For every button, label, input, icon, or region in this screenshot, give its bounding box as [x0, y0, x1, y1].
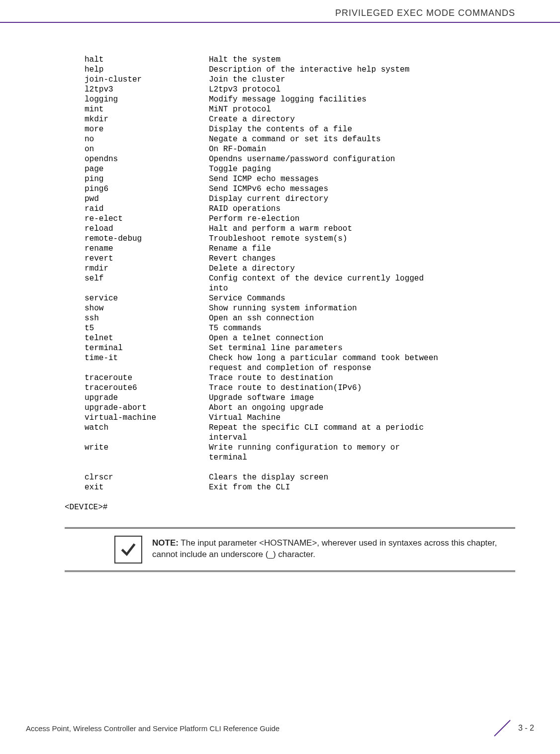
command-name: on — [65, 144, 209, 154]
command-name: show — [65, 303, 209, 313]
command-list-2: clrscrClears the display screenexitExit … — [65, 472, 515, 492]
command-row: moreDisplay the contents of a file — [65, 124, 515, 134]
command-name: logging — [65, 94, 209, 104]
command-description-cont: terminal — [65, 453, 515, 463]
command-row: t5T5 commands — [65, 323, 515, 333]
command-description: Config context of the device currently l… — [209, 274, 515, 283]
command-name: rename — [65, 244, 209, 254]
command-row: watchRepeat the specific CLI command at … — [65, 423, 515, 433]
command-description: Troubleshoot remote system(s) — [209, 234, 515, 244]
command-name: help — [65, 65, 209, 75]
command-description: Open an ssh connection — [209, 313, 515, 323]
command-row: ping6Send ICMPv6 echo messages — [65, 184, 515, 194]
command-name: halt — [65, 55, 209, 65]
command-description: Modify message logging facilities — [209, 94, 515, 104]
command-description: Trace route to destination(IPv6) — [209, 383, 515, 393]
command-row: l2tpv3L2tpv3 protocol — [65, 85, 515, 94]
command-description-cont: request and completion of response — [65, 363, 515, 373]
header-rule — [0, 22, 560, 23]
command-description: Negate a command or set its defaults — [209, 134, 515, 144]
command-name: ssh — [65, 313, 209, 323]
command-description: Upgrade software image — [209, 393, 515, 403]
command-description: Toggle paging — [209, 164, 515, 174]
device-prompt: <DEVICE># — [65, 502, 515, 512]
command-name: write — [65, 443, 209, 453]
page-number-badge: 3 - 2 — [490, 716, 534, 740]
command-row: upgradeUpgrade software image — [65, 393, 515, 403]
command-name: time-it — [65, 353, 209, 363]
command-name: traceroute6 — [65, 383, 209, 393]
command-description: Delete a directory — [209, 264, 515, 274]
command-row: reloadHalt and perform a warm reboot — [65, 224, 515, 234]
command-name: join-cluster — [65, 75, 209, 85]
command-name: upgrade-abort — [65, 403, 209, 413]
command-name: traceroute — [65, 373, 209, 383]
note-label: NOTE: — [152, 538, 179, 548]
command-name: re-elect — [65, 214, 209, 224]
command-row: noNegate a command or set its defaults — [65, 134, 515, 144]
command-name: ping — [65, 174, 209, 184]
command-row: exitExit from the CLI — [65, 482, 515, 492]
command-name: watch — [65, 423, 209, 433]
command-row: mkdirCreate a directory — [65, 114, 515, 124]
command-name: mkdir — [65, 114, 209, 124]
command-name: terminal — [65, 343, 209, 353]
command-row: rmdirDelete a directory — [65, 264, 515, 274]
page-number: 3 - 2 — [518, 724, 534, 733]
note-text: NOTE: The input parameter <HOSTNAME>, wh… — [152, 536, 515, 561]
command-list: haltHalt the systemhelpDescription of th… — [65, 55, 515, 463]
command-row: renameRename a file — [65, 244, 515, 254]
command-row: telnetOpen a telnet connection — [65, 333, 515, 343]
command-description: Create a directory — [209, 114, 515, 124]
page-content: haltHalt the systemhelpDescription of th… — [65, 55, 515, 572]
command-description: Clears the display screen — [209, 472, 515, 482]
command-description: Opendns username/password configuration — [209, 154, 515, 164]
command-name: t5 — [65, 323, 209, 333]
command-description-cont: interval — [65, 433, 515, 443]
command-description: Repeat the specific CLI command at a per… — [209, 423, 515, 433]
page-header-title: PRIVILEGED EXEC MODE COMMANDS — [335, 8, 515, 18]
command-name: no — [65, 134, 209, 144]
command-description: Open a telnet connection — [209, 333, 515, 343]
command-name: telnet — [65, 333, 209, 343]
command-name: revert — [65, 254, 209, 264]
command-name: clrscr — [65, 472, 209, 482]
command-description: Join the cluster — [209, 75, 515, 85]
command-description: Halt and perform a warm reboot — [209, 224, 515, 234]
command-description: Trace route to destination — [209, 373, 515, 383]
command-row: upgrade-abortAbort an ongoing upgrade — [65, 403, 515, 413]
command-description: Revert changes — [209, 254, 515, 264]
command-name: reload — [65, 224, 209, 234]
command-name: virtual-machine — [65, 413, 209, 423]
command-row: tracerouteTrace route to destination — [65, 373, 515, 383]
command-description: Exit from the CLI — [209, 482, 515, 492]
command-description: Display the contents of a file — [209, 124, 515, 134]
command-description: Description of the interactive help syst… — [209, 65, 515, 75]
checkmark-icon — [114, 536, 142, 564]
command-row: pwdDisplay current directory — [65, 194, 515, 204]
command-description: Rename a file — [209, 244, 515, 254]
command-description: Send ICMPv6 echo messages — [209, 184, 515, 194]
command-row: raidRAID operations — [65, 204, 515, 214]
command-name: page — [65, 164, 209, 174]
command-name: service — [65, 293, 209, 303]
command-row: virtual-machineVirtual Machine — [65, 413, 515, 423]
command-description: L2tpv3 protocol — [209, 85, 515, 94]
page-footer: Access Point, Wireless Controller and Se… — [26, 716, 534, 740]
command-description: Set terminal line parameters — [209, 343, 515, 353]
command-name: more — [65, 124, 209, 134]
command-row: revertRevert changes — [65, 254, 515, 264]
command-description: Show running system information — [209, 303, 515, 313]
command-row: loggingModify message logging facilities — [65, 94, 515, 104]
command-description: Service Commands — [209, 293, 515, 303]
command-row: showShow running system information — [65, 303, 515, 313]
command-name: upgrade — [65, 393, 209, 403]
command-row: haltHalt the system — [65, 55, 515, 65]
command-row: time-itCheck how long a particular comma… — [65, 353, 515, 363]
command-name: pwd — [65, 194, 209, 204]
command-row: opendnsOpendns username/password configu… — [65, 154, 515, 164]
command-description-cont: into — [65, 283, 515, 293]
command-name: opendns — [65, 154, 209, 164]
footer-left-text: Access Point, Wireless Controller and Se… — [26, 724, 280, 733]
command-description: MiNT protocol — [209, 104, 515, 114]
